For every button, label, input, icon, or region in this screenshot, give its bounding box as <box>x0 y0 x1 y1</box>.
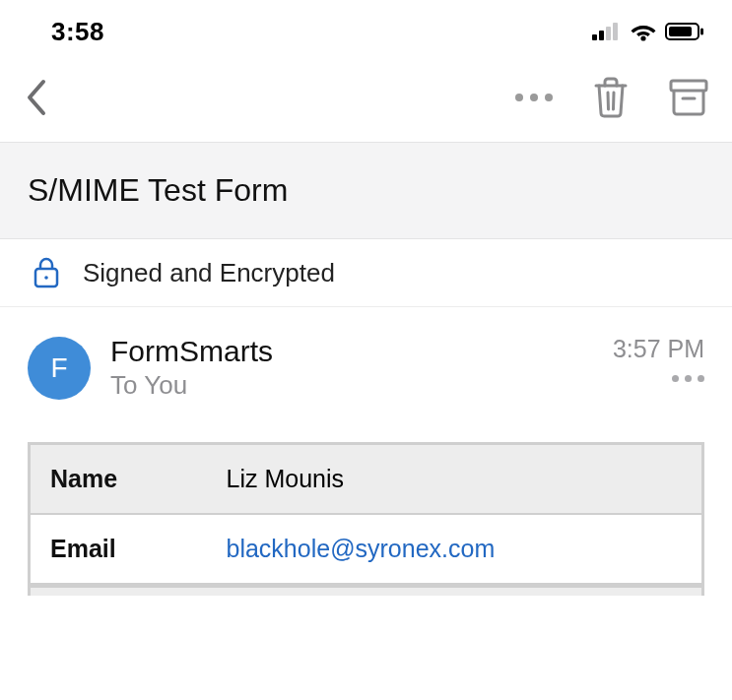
cellular-signal-icon <box>592 23 622 40</box>
name-value-cell: Liz Mounis <box>207 444 703 515</box>
sender-name[interactable]: FormSmarts <box>110 335 593 368</box>
avatar[interactable]: F <box>28 337 91 400</box>
svg-point-13 <box>44 276 48 280</box>
chevron-left-icon <box>24 78 47 117</box>
table-row: Name Liz Mounis <box>30 444 703 515</box>
svg-line-8 <box>608 93 609 109</box>
form-data-table: Name Liz Mounis Email blackhole@syronex.… <box>28 442 704 586</box>
email-link[interactable]: blackhole@syronex.com <box>227 535 496 562</box>
name-label-cell: Name <box>30 444 207 515</box>
battery-icon <box>665 23 704 40</box>
lock-icon <box>33 257 59 288</box>
svg-line-9 <box>614 93 615 109</box>
svg-rect-1 <box>599 31 604 40</box>
status-time: 3:58 <box>51 17 104 47</box>
table-bottom-edge <box>28 586 704 596</box>
archive-icon <box>669 79 708 116</box>
status-bar: 3:58 <box>0 0 732 59</box>
svg-point-4 <box>640 35 645 40</box>
security-status-row[interactable]: Signed and Encrypted <box>0 239 732 307</box>
archive-button[interactable] <box>669 79 708 116</box>
status-icons <box>592 22 704 41</box>
delete-button[interactable] <box>592 77 630 118</box>
subject-text: S/MIME Test Form <box>28 172 704 209</box>
table-row: Email blackhole@syronex.com <box>30 514 703 585</box>
svg-rect-0 <box>592 34 597 40</box>
message-more-button[interactable] <box>672 375 704 382</box>
email-label-cell: Email <box>30 514 207 585</box>
trash-icon <box>592 77 630 118</box>
wifi-icon <box>630 22 657 41</box>
toolbar <box>0 59 732 142</box>
sender-row: F FormSmarts To You 3:57 PM <box>0 307 732 401</box>
subject-header: S/MIME Test Form <box>0 142 732 239</box>
message-body: Name Liz Mounis Email blackhole@syronex.… <box>0 401 732 596</box>
svg-rect-7 <box>700 29 703 35</box>
svg-rect-3 <box>613 23 618 40</box>
svg-rect-10 <box>671 81 706 91</box>
svg-rect-2 <box>606 27 611 40</box>
message-time: 3:57 PM <box>613 335 704 363</box>
security-status-label: Signed and Encrypted <box>83 258 335 288</box>
recipient-line[interactable]: To You <box>110 370 593 401</box>
back-button[interactable] <box>24 78 47 117</box>
svg-rect-6 <box>669 27 692 36</box>
more-options-button[interactable] <box>515 94 553 101</box>
